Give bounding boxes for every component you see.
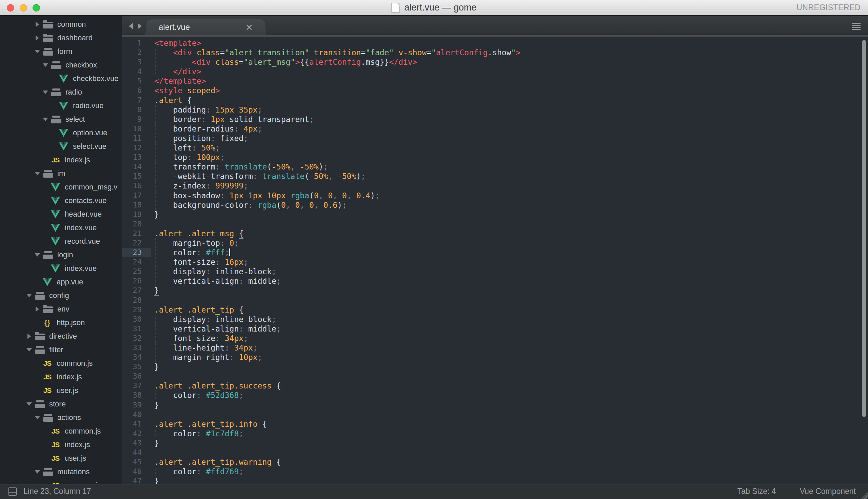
code-line-37[interactable]: 37.alert .alert_tip.success {: [122, 381, 868, 390]
code-line-47[interactable]: 47}: [122, 476, 868, 484]
tab-alert-vue[interactable]: alert.vue ×: [150, 19, 262, 35]
tree-item-select[interactable]: select: [0, 112, 122, 126]
tree-item-index-vue[interactable]: index.vue: [0, 221, 122, 234]
chevron-down-icon[interactable]: [26, 348, 32, 352]
code-line-16[interactable]: 16 z-index: 999999;: [122, 181, 868, 191]
code-line-8[interactable]: 8 padding: 15px 35px;: [122, 105, 868, 114]
close-window-icon[interactable]: [7, 4, 14, 12]
tree-item-index-js[interactable]: JSindex.js: [0, 153, 122, 167]
tree-item-common[interactable]: common: [0, 17, 122, 31]
tree-item-im[interactable]: im: [0, 167, 122, 180]
code-editor[interactable]: 1<template>2 <div class="alert transitio…: [122, 37, 868, 484]
code-line-17[interactable]: 17 box-shadow: 1px 1px 10px rgba(0, 0, 0…: [122, 191, 868, 200]
chevron-down-icon[interactable]: [35, 172, 40, 175]
code-line-32[interactable]: 32 font-size: 34px;: [122, 333, 868, 343]
code-line-18[interactable]: 18 background-color: rgba(0, 0, 0, 0.6);: [122, 200, 868, 210]
tree-item-record-vue[interactable]: record.vue: [0, 234, 122, 248]
tree-item-radio[interactable]: radio: [0, 85, 122, 99]
code-line-28[interactable]: 28: [122, 296, 868, 305]
code-line-30[interactable]: 30 display: inline-block;: [122, 315, 868, 324]
tree-item-common-js[interactable]: JScommon.js: [0, 357, 122, 370]
code-line-9[interactable]: 9 border: 1px solid transparent;: [122, 114, 868, 124]
code-line-41[interactable]: 41.alert .alert_tip.info {: [122, 419, 868, 429]
code-line-13[interactable]: 13 top: 100px;: [122, 153, 868, 162]
code-line-46[interactable]: 46 color: #ffd769;: [122, 467, 868, 476]
tab-next-icon[interactable]: [138, 23, 142, 29]
code-line-14[interactable]: 14 transform: translate(-50%, -50%);: [122, 162, 868, 171]
code-line-23[interactable]: 23 color: #fff;: [122, 248, 868, 257]
code-line-40[interactable]: 40: [122, 410, 868, 419]
code-line-1[interactable]: 1<template>: [122, 38, 868, 48]
overflow-menu-icon[interactable]: [852, 23, 860, 30]
code-line-19[interactable]: 19}: [122, 210, 868, 219]
code-line-15[interactable]: 15 -webkit-transform: translate(-50%, -5…: [122, 171, 868, 181]
code-line-20[interactable]: 20: [122, 219, 868, 229]
tree-item-select-vue[interactable]: select.vue: [0, 140, 122, 153]
syntax-label[interactable]: Vue Component: [800, 487, 856, 496]
code-line-24[interactable]: 24 font-size: 16px;: [122, 257, 868, 267]
code-line-5[interactable]: 5</template>: [122, 76, 868, 86]
tree-item-actions[interactable]: actions: [0, 411, 122, 424]
chevron-down-icon[interactable]: [35, 470, 40, 474]
chevron-right-icon[interactable]: [26, 333, 32, 339]
code-line-45[interactable]: 45.alert .alert_tip.warning {: [122, 457, 868, 467]
tree-item-common-js[interactable]: JScommon.js: [0, 479, 122, 484]
code-line-38[interactable]: 38 color: #52d368;: [122, 390, 868, 400]
tree-item-filter[interactable]: filter: [0, 343, 122, 357]
chevron-down-icon[interactable]: [35, 50, 40, 53]
code-line-2[interactable]: 2 <div class="alert transition" transiti…: [122, 48, 868, 57]
tree-item-index-js[interactable]: JSindex.js: [0, 438, 122, 452]
code-line-21[interactable]: 21.alert .alert_msg {: [122, 229, 868, 238]
chevron-down-icon[interactable]: [43, 90, 48, 94]
code-area[interactable]: 1<template>2 <div class="alert transitio…: [122, 37, 868, 484]
code-line-11[interactable]: 11 position: fixed;: [122, 134, 868, 143]
code-line-6[interactable]: 6<style scoped>: [122, 86, 868, 95]
panel-toggle-icon[interactable]: [9, 487, 16, 496]
chevron-down-icon[interactable]: [26, 402, 32, 406]
tree-item-contacts-vue[interactable]: contacts.vue: [0, 194, 122, 207]
tree-item-mutations[interactable]: mutations: [0, 465, 122, 479]
tree-item-index-js[interactable]: JSindex.js: [0, 370, 122, 384]
chevron-right-icon[interactable]: [35, 306, 40, 312]
tree-item-directive[interactable]: directive: [0, 329, 122, 343]
zoom-window-icon[interactable]: [33, 4, 40, 12]
chevron-down-icon[interactable]: [35, 416, 40, 419]
code-line-35[interactable]: 35}: [122, 362, 868, 372]
tree-item-checkbox[interactable]: checkbox: [0, 58, 122, 72]
code-line-33[interactable]: 33 line-height: 34px;: [122, 343, 868, 353]
code-line-7[interactable]: 7.alert {: [122, 96, 868, 105]
chevron-down-icon[interactable]: [35, 253, 40, 257]
code-line-27[interactable]: 27}: [122, 286, 868, 295]
tree-item-app-vue[interactable]: app.vue: [0, 275, 122, 289]
code-line-43[interactable]: 43}: [122, 438, 868, 448]
chevron-right-icon[interactable]: [35, 35, 40, 41]
tree-item-common-js[interactable]: JScommon.js: [0, 424, 122, 438]
code-line-22[interactable]: 22 margin-top: 0;: [122, 238, 868, 248]
tree-item-store[interactable]: store: [0, 397, 122, 411]
tree-item-header-vue[interactable]: header.vue: [0, 207, 122, 221]
minimize-window-icon[interactable]: [20, 4, 27, 12]
sidebar-file-tree[interactable]: commondashboardformcheckboxcheckbox.vuer…: [0, 16, 122, 484]
code-line-39[interactable]: 39}: [122, 400, 868, 410]
tab-prev-icon[interactable]: [129, 23, 133, 29]
tree-item-dashboard[interactable]: dashboard: [0, 31, 122, 45]
tree-item-common-msg-v[interactable]: common_msg.v: [0, 180, 122, 194]
code-line-4[interactable]: 4 </div>: [122, 67, 868, 76]
tree-item-form[interactable]: form: [0, 45, 122, 58]
code-line-29[interactable]: 29.alert .alert_tip {: [122, 305, 868, 315]
tree-item-config[interactable]: config: [0, 289, 122, 302]
chevron-down-icon[interactable]: [26, 294, 32, 297]
code-line-3[interactable]: 3 <div class="alert_msg">{{alertConfig.m…: [122, 57, 868, 67]
code-line-44[interactable]: 44: [122, 448, 868, 457]
code-line-10[interactable]: 10 border-radius: 4px;: [122, 124, 868, 134]
tree-item-login[interactable]: login: [0, 248, 122, 262]
tree-item-checkbox-vue[interactable]: checkbox.vue: [0, 72, 122, 85]
tree-item-http-json[interactable]: {}http.json: [0, 316, 122, 329]
editor-scrollbar[interactable]: [862, 40, 866, 417]
chevron-down-icon[interactable]: [43, 118, 48, 121]
tree-item-radio-vue[interactable]: radio.vue: [0, 99, 122, 112]
code-line-12[interactable]: 12 left: 50%;: [122, 143, 868, 153]
code-line-42[interactable]: 42 color: #1c7df8;: [122, 429, 868, 438]
tab-size-label[interactable]: Tab Size: 4: [737, 487, 776, 496]
tree-item-user-js[interactable]: JSuser.js: [0, 452, 122, 465]
